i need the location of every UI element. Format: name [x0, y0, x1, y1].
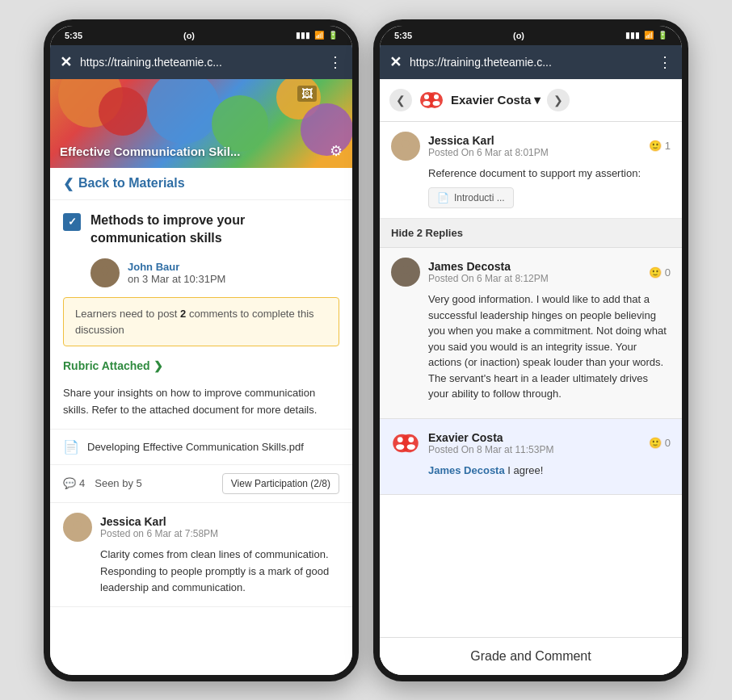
- svg-point-7: [423, 101, 431, 106]
- poster-date: on 3 Mar at 10:31PM: [128, 273, 225, 285]
- svg-point-16: [398, 437, 403, 442]
- svg-point-8: [434, 94, 439, 99]
- comment-body: Clarity comes from clean lines of commun…: [63, 547, 339, 597]
- rubric-link[interactable]: Rubric Attached ❯: [50, 356, 352, 382]
- discussion-title: Methods to improve your communication sk…: [90, 212, 339, 248]
- right-indicator: (o): [513, 31, 524, 40]
- reply-1-body: Very good information. I would like to a…: [391, 291, 671, 402]
- comment-header: Jessica Karl Posted on 6 Mar at 7:58PM: [63, 513, 339, 542]
- original-post-body: Reference document to support my asserti…: [391, 166, 671, 182]
- right-phone: 5:35 (o) ▮▮▮ 📶 🔋 ✕ https://training.thet…: [373, 19, 688, 681]
- reply-1-author: James Decosta: [428, 260, 549, 273]
- original-poster-avatar: [391, 132, 420, 161]
- svg-point-18: [408, 437, 414, 442]
- original-post-date: Posted On 6 Mar at 8:01PM: [428, 147, 549, 158]
- comment-count: 💬 4: [63, 477, 85, 489]
- notice-text-before: Learners need to post: [75, 308, 180, 320]
- smiley-icon: 🙂: [649, 140, 662, 152]
- reply-1-date: Posted On 6 Mar at 8:12PM: [428, 273, 549, 284]
- svg-point-0: [102, 267, 109, 275]
- left-nav-arrow[interactable]: ❮: [389, 89, 412, 111]
- reply-2-date: Posted On 8 Mar at 11:53PM: [428, 444, 553, 455]
- poster-info: John Baur on 3 Mar at 10:31PM: [128, 261, 225, 285]
- commenter-name: Jessica Karl: [100, 515, 218, 528]
- original-poster-name: Jessica Karl: [428, 134, 549, 147]
- back-nav-label: Back to Materials: [78, 176, 185, 191]
- view-participation-btn[interactable]: View Participation (2/8): [222, 473, 339, 494]
- right-browser-url: https://training.theteamie.c...: [410, 56, 650, 69]
- svg-point-13: [399, 275, 412, 283]
- svg-point-5: [427, 92, 443, 108]
- left-status-right: ▮▮▮ 📶 🔋: [296, 31, 338, 40]
- right-status-bar: 5:35 (o) ▮▮▮ 📶 🔋: [380, 26, 682, 45]
- stats-row: 💬 4 Seen by 5 View Participation (2/8): [50, 465, 352, 503]
- right-content: Jessica Karl Posted On 6 Mar at 8:01PM 🙂…: [380, 122, 682, 675]
- comment-meta: Jessica Karl Posted on 6 Mar at 7:58PM: [100, 515, 218, 539]
- reply-2-mention: James Decosta: [428, 464, 505, 476]
- seen-by: Seen by 5: [95, 477, 142, 489]
- discussion-prompt: Share your insights on how to improve co…: [50, 382, 352, 430]
- svg-point-11: [399, 149, 412, 156]
- dropdown-arrow-icon: ▾: [534, 93, 541, 107]
- posted-by: John Baur on 3 Mar at 10:31PM: [50, 255, 352, 297]
- comment-number: 4: [79, 477, 85, 489]
- left-browser-close[interactable]: ✕: [60, 53, 72, 71]
- right-nav-arrow[interactable]: ❯: [547, 89, 570, 111]
- svg-point-10: [402, 140, 410, 148]
- svg-point-6: [424, 94, 429, 99]
- reply-2-author: Exavier Costa: [428, 431, 553, 444]
- left-browser-menu[interactable]: ⋮: [328, 53, 343, 71]
- svg-point-19: [407, 444, 415, 450]
- grade-footer[interactable]: Grade and Comment: [380, 637, 682, 675]
- reply-2-smiley-icon: 🙂: [649, 437, 662, 449]
- original-post-meta: Jessica Karl Posted On 6 Mar at 8:01PM: [428, 134, 549, 158]
- left-content: 🖼 ⚙ Effective Communication Skil... ❮ Ba…: [50, 79, 352, 675]
- svg-point-1: [99, 275, 111, 282]
- back-nav[interactable]: ❮ Back to Materials: [50, 168, 352, 200]
- original-post-header: Jessica Karl Posted On 6 Mar at 8:01PM 🙂…: [391, 132, 671, 161]
- hide-replies-bar[interactable]: Hide 2 Replies: [380, 219, 682, 248]
- rubric-arrow-icon: ❯: [154, 359, 163, 372]
- comment-icon: 💬: [63, 477, 76, 489]
- left-indicator: (o): [183, 31, 195, 40]
- discussion-title-section: Methods to improve your communication sk…: [50, 200, 352, 256]
- user-name-dropdown[interactable]: Exavier Costa ▾: [451, 93, 541, 107]
- exavier-costa-avatar: [391, 429, 420, 458]
- hero-title: Effective Communication Skil...: [60, 145, 240, 158]
- reply-1: James Decosta Posted On 6 Mar at 8:12PM …: [380, 248, 682, 419]
- comment-item: Jessica Karl Posted on 6 Mar at 7:58PM C…: [50, 503, 352, 607]
- reply-1-like-number: 0: [665, 266, 671, 279]
- right-arrow-icon: ❯: [553, 94, 563, 107]
- poster-name: John Baur: [128, 261, 225, 273]
- attachment-pill-name: Introducti ...: [454, 192, 505, 203]
- john-baur-avatar: [90, 258, 120, 287]
- reply-2: Exavier Costa Posted On 8 Mar at 11:53PM…: [380, 419, 682, 496]
- reply-1-smiley-icon: 🙂: [649, 266, 662, 279]
- right-browser-menu[interactable]: ⋮: [658, 53, 672, 71]
- left-time: 5:35: [65, 31, 82, 40]
- svg-point-15: [400, 434, 419, 452]
- left-phone: 5:35 (o) ▮▮▮ 📶 🔋 ✕ https://training.thet…: [44, 19, 359, 681]
- attachment-pill[interactable]: 📄 Introducti ...: [428, 187, 514, 208]
- right-browser-close[interactable]: ✕: [389, 53, 402, 71]
- right-browser-bar: ✕ https://training.theteamie.c... ⋮: [380, 45, 682, 79]
- commenter-date: Posted on 6 Mar at 7:58PM: [100, 528, 218, 539]
- like-number: 1: [665, 140, 671, 152]
- checkbox-icon: [63, 213, 81, 231]
- left-browser-bar: ✕ https://training.theteamie.c... ⋮: [50, 45, 352, 79]
- attachment-pill-icon: 📄: [437, 192, 449, 203]
- teamie-logo-icon: [419, 87, 444, 113]
- right-time: 5:35: [394, 31, 412, 40]
- hero-gear-icon[interactable]: ⚙: [330, 142, 343, 160]
- left-status-bar: 5:35 (o) ▮▮▮ 📶 🔋: [50, 26, 352, 45]
- original-post: Jessica Karl Posted On 6 Mar at 8:01PM 🙂…: [380, 122, 682, 220]
- svg-point-9: [433, 101, 440, 106]
- reply-1-meta: James Decosta Posted On 6 Mar at 8:12PM: [428, 260, 549, 284]
- reply-1-likes: 🙂 0: [649, 266, 671, 279]
- svg-point-3: [71, 530, 84, 537]
- attachment-row[interactable]: 📄 Developing Effective Communication Ski…: [50, 430, 352, 465]
- svg-point-17: [396, 444, 404, 450]
- notice-box: Learners need to post 2 comments to comp…: [63, 297, 339, 346]
- left-arrow-icon: ❮: [396, 94, 406, 107]
- left-browser-url: https://training.theteamie.c...: [80, 56, 320, 69]
